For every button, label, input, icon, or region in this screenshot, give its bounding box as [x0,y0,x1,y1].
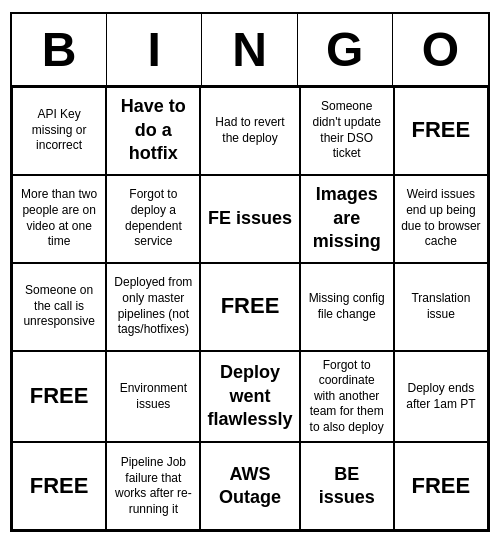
bingo-cell-11[interactable]: Deployed from only master pipelines (not… [106,263,200,351]
bingo-cell-7[interactable]: FE issues [200,175,299,263]
bingo-cell-2[interactable]: Had to revert the deploy [200,87,299,175]
bingo-header: B I N G O [12,14,488,87]
bingo-cell-14[interactable]: Translation issue [394,263,488,351]
bingo-cell-19[interactable]: Deploy ends after 1am PT [394,351,488,443]
bingo-cell-0[interactable]: API Key missing or incorrect [12,87,106,175]
letter-o: O [393,14,488,85]
bingo-cell-13[interactable]: Missing config file change [300,263,394,351]
bingo-cell-21[interactable]: Pipeline Job failure that works after re… [106,442,200,530]
bingo-cell-10[interactable]: Someone on the call is unresponsive [12,263,106,351]
bingo-grid: API Key missing or incorrectHave to do a… [12,87,488,531]
bingo-cell-18[interactable]: Forgot to coordinate with another team f… [300,351,394,443]
bingo-cell-3[interactable]: Someone didn't update their DSO ticket [300,87,394,175]
bingo-cell-12[interactable]: FREE [200,263,299,351]
bingo-cell-6[interactable]: Forgot to deploy a dependent service [106,175,200,263]
bingo-cell-20[interactable]: FREE [12,442,106,530]
bingo-cell-17[interactable]: Deploy went flawlessly [200,351,299,443]
letter-g: G [298,14,393,85]
bingo-cell-15[interactable]: FREE [12,351,106,443]
bingo-cell-23[interactable]: BE issues [300,442,394,530]
bingo-card: B I N G O API Key missing or incorrectHa… [10,12,490,533]
bingo-cell-9[interactable]: Weird issues end up being due to browser… [394,175,488,263]
bingo-cell-4[interactable]: FREE [394,87,488,175]
letter-i: I [107,14,202,85]
bingo-cell-22[interactable]: AWS Outage [200,442,299,530]
bingo-cell-8[interactable]: Images are missing [300,175,394,263]
bingo-cell-16[interactable]: Environment issues [106,351,200,443]
bingo-cell-24[interactable]: FREE [394,442,488,530]
bingo-cell-1[interactable]: Have to do a hotfix [106,87,200,175]
letter-n: N [202,14,297,85]
letter-b: B [12,14,107,85]
bingo-cell-5[interactable]: More than two people are on video at one… [12,175,106,263]
